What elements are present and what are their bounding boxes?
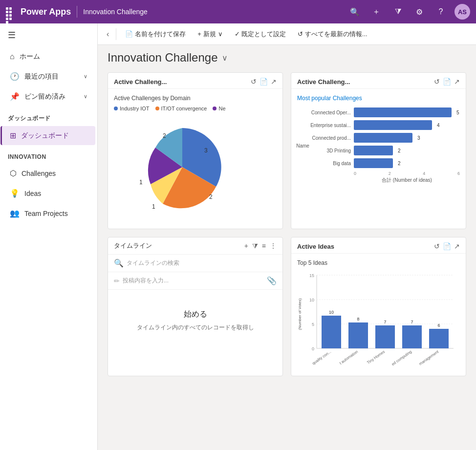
sidebar: ☰ ⌂ ホーム 🕐 最近の項目 ∨ 📌 ピン留め済み ∨ ダッシュボード ⊞ ダ…	[0, 23, 98, 450]
legend-item-industry-iot: Industry IOT	[114, 106, 150, 111]
sidebar-item-dashboard[interactable]: ⊞ ダッシュボード	[0, 126, 95, 145]
hbar-val-2: 3	[417, 135, 420, 141]
timeline-add-icon[interactable]: +	[244, 242, 248, 250]
app-name: Power Apps	[21, 7, 71, 17]
dashboard-content: Active Challeng... ↺ 📄 ↗ Active Challeng…	[98, 68, 476, 450]
timeline-icons: + ⧩ ≡ ⋮	[244, 242, 277, 250]
pie-refresh-icon[interactable]: ↺	[251, 78, 257, 86]
hbar-axis-label: 合計 (Number of ideas)	[307, 177, 460, 184]
new-button[interactable]: + 新規 ∨	[193, 27, 227, 42]
refresh-label: ↺ すべてを最新の情報...	[298, 30, 367, 39]
save-icon: 📄	[125, 30, 133, 38]
ideas-icon: 💡	[10, 189, 20, 198]
hbar-row-3: 3D Printing 2	[307, 146, 460, 155]
hbar-label-0: Connected Oper...	[307, 110, 351, 115]
legend-dot-orange	[155, 107, 159, 110]
bar-card-body: Most popular Challenges Name Connected O…	[291, 89, 466, 190]
topbar-divider	[77, 6, 77, 18]
svg-text:8: 8	[357, 317, 359, 321]
bar-refresh-icon[interactable]: ↺	[434, 78, 440, 86]
vbar-bar-3	[402, 325, 422, 348]
settings-icon[interactable]: ⚙	[411, 4, 427, 20]
page-title-dropdown-icon[interactable]: ∨	[222, 53, 228, 63]
sidebar-item-team-projects[interactable]: 👥 Team Projects	[2, 204, 95, 223]
svg-text:ed computing: ed computing	[391, 349, 413, 366]
hbar-label-2: Connected prod...	[307, 135, 351, 141]
dashboard-icon: ⊞	[10, 131, 16, 140]
timeline-more-icon[interactable]: ⋮	[270, 242, 277, 250]
help-icon[interactable]: ?	[433, 4, 449, 20]
search-icon-timeline: 🔍	[114, 258, 124, 268]
pie-card-body: Active Challenges by Domain Industry IOT…	[108, 89, 282, 229]
sidebar-item-ideas-label: Ideas	[24, 190, 41, 197]
timeline-search-placeholder: タイムラインの検索	[127, 259, 179, 267]
save-button[interactable]: 📄 名前を付けて保存	[120, 27, 191, 42]
vbar-bar-1	[348, 322, 368, 348]
sidebar-item-dashboard-label: ダッシュボード	[21, 131, 69, 140]
pie-chart-svg: 3 2 1 1 2	[114, 113, 251, 221]
ideas-view-icon[interactable]: 📄	[443, 242, 451, 250]
svg-text:(Number of Votes): (Number of Votes)	[298, 298, 302, 330]
legend-item-itot: IT/OT convergence	[155, 106, 207, 111]
svg-text:6: 6	[437, 323, 440, 328]
timeline-sort-icon[interactable]: ≡	[262, 242, 266, 250]
refresh-button[interactable]: ↺ すべてを最新の情報...	[293, 27, 372, 42]
sidebar-item-home[interactable]: ⌂ ホーム	[2, 47, 95, 66]
pin-icon: 📌	[10, 92, 20, 101]
page-header: Innovation Challenge ∨	[98, 45, 476, 68]
bar-expand-icon[interactable]: ↗	[454, 78, 460, 86]
svg-text:15: 15	[309, 273, 314, 278]
legend-dot-blue	[114, 107, 118, 110]
set-default-button[interactable]: ✓ 既定として設定	[230, 27, 291, 42]
legend-dot-purple	[213, 107, 216, 110]
sidebar-menu-icon[interactable]: ☰	[0, 23, 23, 47]
hbar-bar-3	[354, 146, 393, 155]
pie-expand-icon[interactable]: ↗	[271, 78, 277, 86]
dashboard-section-label: ダッシュボード	[0, 107, 97, 126]
sidebar-item-ideas[interactable]: 💡 Ideas	[2, 184, 95, 203]
timeline-post-area[interactable]: ✏ 投稿内容を入力... 📎	[108, 272, 282, 290]
svg-text:management: management	[418, 349, 440, 366]
grid-icon[interactable]	[6, 7, 15, 16]
pie-view-icon[interactable]: 📄	[260, 78, 268, 86]
innovation-section-label: Innovation	[0, 146, 97, 163]
sidebar-item-challenges-label: Challenges	[22, 170, 56, 177]
bar-card-title: Active Challeng...	[297, 78, 431, 86]
svg-text:0: 0	[312, 346, 314, 351]
add-icon[interactable]: ＋	[368, 4, 384, 20]
hbar-val-1: 4	[437, 123, 440, 128]
vbar-bar-4	[429, 329, 449, 348]
avatar[interactable]: AS	[454, 4, 470, 20]
timeline-post-placeholder: 投稿内容を入力...	[123, 277, 264, 285]
hbar-row-0: Connected Oper... 5	[307, 107, 460, 117]
timeline-empty-text: タイムライン内のすべてのレコードを取得し	[118, 323, 273, 332]
topbar-challenge-name: Innovation Challenge	[83, 8, 148, 16]
attach-icon[interactable]: 📎	[267, 276, 277, 285]
hbar-wrapper: Name Connected Oper... 5 Enterprise sust…	[297, 107, 460, 184]
bar-view-icon[interactable]: 📄	[443, 78, 451, 86]
recent-icon: 🕐	[10, 72, 20, 81]
hbar-axis-0: 0	[354, 171, 356, 176]
pie-subtitle: Active Challenges by Domain	[114, 95, 277, 102]
hbar-row-4: Big data 2	[307, 158, 460, 168]
main-content: ‹ 📄 名前を付けて保存 + 新規 ∨ ✓ 既定として設定 ↺ すべてを最新の情…	[98, 23, 476, 450]
hbar-bar-4	[354, 158, 393, 168]
sidebar-item-home-label: ホーム	[20, 52, 40, 61]
search-icon[interactable]: 🔍	[347, 4, 363, 20]
hbar-bar-2	[354, 133, 412, 143]
pie-card-title: Active Challeng...	[114, 78, 248, 86]
filter-icon[interactable]: ⧩	[390, 4, 406, 20]
ideas-refresh-icon[interactable]: ↺	[434, 242, 440, 250]
pie-card-header: Active Challeng... ↺ 📄 ↗	[108, 73, 282, 89]
svg-text:10: 10	[329, 310, 334, 315]
sidebar-item-challenges[interactable]: ⬡ Challenges	[2, 164, 95, 183]
back-button[interactable]: ‹	[104, 27, 112, 42]
hbar-axis-6: 6	[457, 171, 460, 176]
sidebar-item-recent[interactable]: 🕐 最近の項目 ∨	[2, 67, 95, 86]
timeline-filter-icon[interactable]: ⧩	[252, 242, 258, 250]
chevron-down-icon-3: ∨	[218, 30, 223, 38]
ideas-expand-icon[interactable]: ↗	[454, 242, 460, 250]
timeline-search[interactable]: 🔍 タイムラインの検索	[108, 255, 282, 272]
svg-text:quality con...: quality con...	[311, 349, 332, 365]
sidebar-item-pinned[interactable]: 📌 ピン留め済み ∨	[2, 87, 95, 106]
